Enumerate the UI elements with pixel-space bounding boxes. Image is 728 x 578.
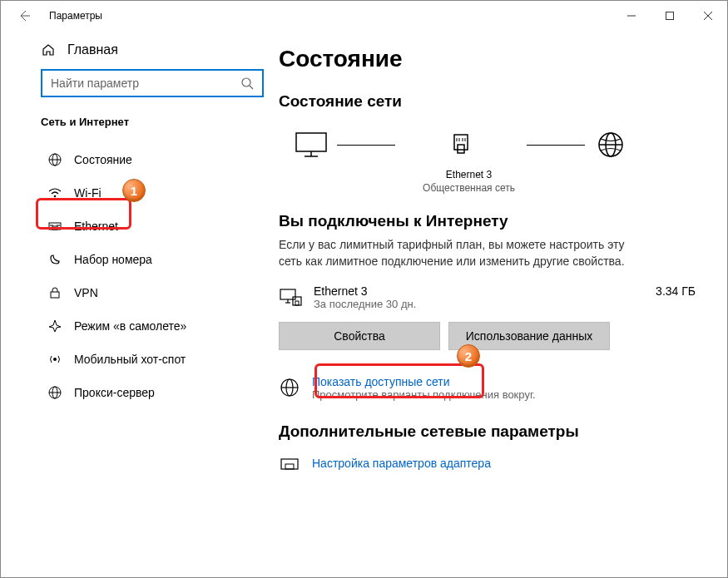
status-icon (47, 152, 62, 167)
search-icon (240, 77, 254, 90)
svg-rect-37 (295, 301, 299, 305)
adapter-settings-link[interactable]: Настройка параметров адаптера (279, 452, 701, 474)
svg-rect-24 (454, 135, 468, 150)
ethernet-icon (47, 219, 62, 234)
sidebar-item-status[interactable]: Состояние (41, 143, 252, 176)
vpn-icon (47, 285, 62, 300)
available-networks-link[interactable]: Показать доступные сети Просмотрите вари… (279, 375, 701, 401)
dialup-icon (47, 252, 62, 267)
svg-point-17 (53, 358, 57, 361)
minimize-button[interactable] (612, 1, 651, 31)
search-box[interactable] (41, 69, 264, 97)
adapter-icon (279, 452, 300, 474)
connection-row: Ethernet 3 За последние 30 дн. 3.34 ГБ (279, 284, 701, 310)
svg-rect-11 (52, 226, 57, 230)
home-label: Главная (67, 42, 118, 57)
search-input[interactable] (51, 77, 240, 90)
sidebar-item-label: Набор номера (74, 253, 152, 266)
sidebar: Главная Сеть и Интернет Состояние Wi-Fi (1, 31, 269, 577)
sidebar-item-hotspot[interactable]: Мобильный хот-спот (41, 343, 252, 376)
page-title: Состояние (279, 46, 701, 72)
connection-name: Ethernet 3 (314, 284, 644, 298)
proxy-icon (47, 385, 62, 400)
annotation-badge-1: 1 (122, 179, 146, 202)
button-row: Свойства Использование данных (279, 322, 701, 350)
svg-point-4 (242, 78, 250, 86)
available-networks-title: Показать доступные сети (312, 375, 536, 388)
sidebar-item-label: Мобильный хот-спот (74, 353, 186, 366)
globe-icon (592, 126, 630, 164)
home-icon (41, 42, 56, 57)
airplane-icon (47, 319, 62, 333)
sidebar-item-airplane[interactable]: Режим «в самолете» (41, 309, 252, 343)
sidebar-item-label: Режим «в самолете» (74, 319, 186, 333)
wifi-icon (47, 185, 62, 200)
app-title: Параметры (49, 10, 102, 22)
sidebar-item-label: Ethernet (74, 220, 118, 233)
sidebar-item-label: Прокси-сервер (74, 386, 155, 399)
maximize-button[interactable] (651, 1, 689, 31)
sidebar-item-vpn[interactable]: VPN (41, 276, 252, 309)
svg-rect-25 (458, 145, 464, 153)
annotation-badge-2: 2 (457, 344, 480, 368)
sidebar-item-proxy[interactable]: Прокси-сервер (41, 376, 252, 409)
status-section-title: Состояние сети (279, 92, 701, 111)
advanced-section-title: Дополнительные сетевые параметры (279, 422, 701, 441)
sidebar-item-wifi[interactable]: Wi-Fi (41, 176, 252, 210)
computer-icon (292, 126, 330, 164)
home-nav[interactable]: Главная (41, 42, 252, 57)
adapter-settings-text: Настройка параметров адаптера (312, 457, 491, 470)
hotspot-icon (47, 352, 62, 367)
sidebar-item-dialup[interactable]: Набор номера (41, 243, 252, 276)
connection-period: За последние 30 дн. (314, 298, 644, 310)
diagram-name: Ethernet 3 (269, 169, 701, 180)
window-controls (612, 1, 727, 31)
svg-point-9 (54, 195, 57, 198)
connected-title: Вы подключены к Интернету (279, 212, 701, 230)
titlebar: Параметры (1, 1, 727, 31)
connection-icon (279, 286, 302, 309)
main-content: Состояние Состояние сети Ethernet 3 Обще… (269, 31, 727, 577)
svg-rect-1 (666, 12, 674, 20)
available-networks-sub: Просмотрите варианты подключения вокруг. (312, 388, 536, 401)
svg-rect-42 (285, 464, 294, 469)
svg-rect-21 (296, 133, 326, 151)
properties-button[interactable]: Свойства (279, 322, 440, 350)
sidebar-item-label: Wi-Fi (74, 186, 102, 200)
connection-line (337, 145, 395, 146)
network-diagram (279, 126, 701, 164)
connected-description: Если у вас лимитный тарифный план, вы мо… (279, 237, 645, 269)
network-center (402, 126, 520, 164)
available-networks-icon (279, 377, 300, 398)
sidebar-item-label: Состояние (74, 153, 132, 166)
diagram-subtype: Общественная сеть (269, 182, 701, 194)
back-button[interactable] (14, 6, 34, 26)
svg-rect-16 (51, 292, 59, 298)
sidebar-item-ethernet[interactable]: Ethernet (41, 210, 252, 243)
router-icon (442, 126, 480, 164)
connection-line (527, 145, 585, 146)
sidebar-item-label: VPN (74, 286, 98, 299)
svg-line-5 (250, 86, 253, 89)
connection-size: 3.34 ГБ (656, 284, 701, 298)
section-title: Сеть и Интернет (41, 116, 252, 128)
close-button[interactable] (689, 1, 727, 31)
